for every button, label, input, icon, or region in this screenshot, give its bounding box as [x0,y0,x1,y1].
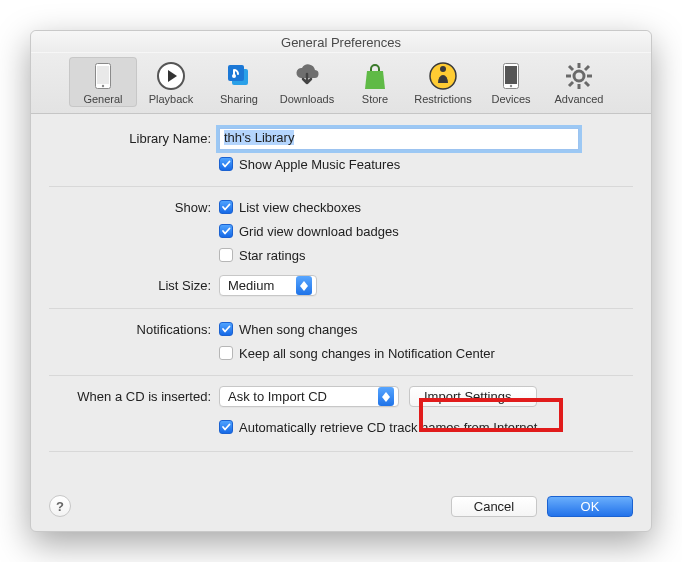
show-label: Show: [49,197,219,215]
cancel-button[interactable]: Cancel [451,496,537,517]
tab-label: Sharing [220,93,258,105]
restrictions-icon [428,61,458,91]
when-song-changes-checkbox[interactable] [219,322,233,336]
phone-icon [88,61,118,91]
star-ratings-label: Star ratings [239,248,305,263]
preferences-window: General Preferences General Playback Sha… [30,30,652,532]
svg-line-17 [569,66,573,70]
show-apple-music-checkbox[interactable] [219,157,233,171]
tab-playback[interactable]: Playback [137,57,205,107]
svg-line-20 [569,82,573,86]
show-apple-music-label: Show Apple Music Features [239,157,400,172]
when-song-changes-label: When song changes [239,322,358,337]
device-icon [496,61,526,91]
tab-label: Restrictions [414,93,471,105]
library-name-label: Library Name: [49,128,219,146]
grid-badges-checkbox[interactable] [219,224,233,238]
keep-all-changes-label: Keep all song changes in Notification Ce… [239,346,495,361]
tab-label: Devices [491,93,530,105]
tab-label: Advanced [555,93,604,105]
tab-restrictions[interactable]: Restrictions [409,57,477,107]
bag-icon [360,61,390,91]
star-ratings-checkbox[interactable] [219,248,233,262]
tab-label: Downloads [280,93,334,105]
divider [49,375,633,376]
notifications-label: Notifications: [49,319,219,337]
tab-store[interactable]: Store [341,57,409,107]
preferences-toolbar: General Playback Sharing Downloads Store [31,53,651,114]
auto-retrieve-checkbox[interactable] [219,420,233,434]
auto-retrieve-label: Automatically retrieve CD track names fr… [239,420,537,435]
tab-label: Store [362,93,388,105]
divider [49,186,633,187]
tab-label: General [83,93,122,105]
svg-point-2 [102,85,104,87]
stepper-arrows-icon [378,387,394,406]
list-size-label: List Size: [49,275,219,293]
tab-sharing[interactable]: Sharing [205,57,273,107]
tab-downloads[interactable]: Downloads [273,57,341,107]
svg-rect-1 [97,66,109,84]
divider [49,308,633,309]
svg-point-6 [232,74,236,78]
footer: ? Cancel OK [31,485,651,531]
ok-button[interactable]: OK [547,496,633,517]
svg-line-18 [585,82,589,86]
tab-label: Playback [149,93,194,105]
svg-rect-5 [228,65,244,81]
tab-devices[interactable]: Devices [477,57,545,107]
help-icon: ? [56,499,64,514]
gear-icon [564,61,594,91]
cd-action-popup[interactable]: Ask to Import CD [219,386,399,407]
preferences-body: Library Name: thh's Library Show Apple M… [31,114,651,485]
keep-all-changes-checkbox[interactable] [219,346,233,360]
svg-line-19 [585,66,589,70]
svg-point-11 [510,85,512,87]
list-size-popup[interactable]: Medium [219,275,317,296]
play-icon [156,61,186,91]
list-size-value: Medium [228,278,274,293]
divider [49,451,633,452]
stepper-arrows-icon [296,276,312,295]
grid-badges-label: Grid view download badges [239,224,399,239]
cd-inserted-label: When a CD is inserted: [49,386,219,404]
svg-rect-10 [505,66,517,84]
import-settings-button[interactable]: Import Settings... [409,386,537,407]
cd-action-value: Ask to Import CD [228,389,327,404]
tab-general[interactable]: General [69,57,137,107]
svg-point-12 [574,71,584,81]
cloud-download-icon [292,61,322,91]
list-view-checkboxes-label: List view checkboxes [239,200,361,215]
list-view-checkboxes-checkbox[interactable] [219,200,233,214]
window-title: General Preferences [31,31,651,53]
library-name-input[interactable]: thh's Library [219,128,579,150]
tab-advanced[interactable]: Advanced [545,57,613,107]
sharing-icon [224,61,254,91]
svg-point-8 [440,66,446,72]
help-button[interactable]: ? [49,495,71,517]
